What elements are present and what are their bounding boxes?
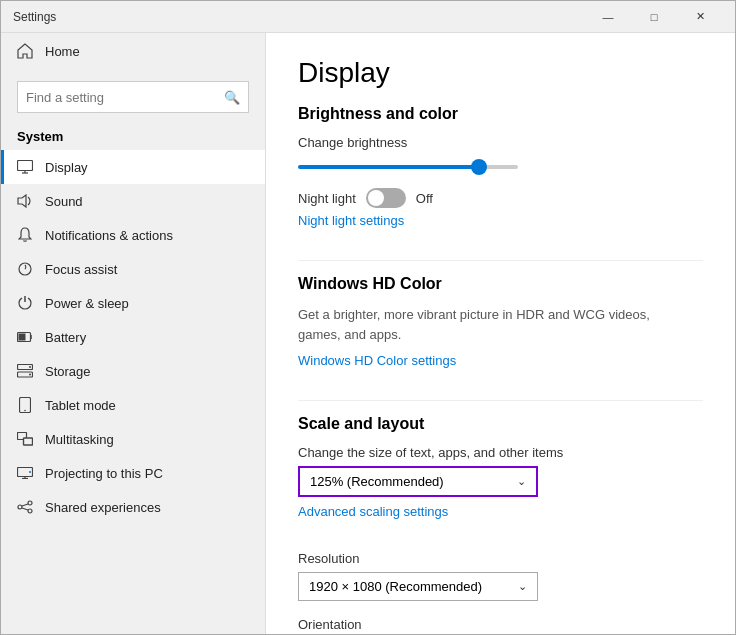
advanced-scaling-link[interactable]: Advanced scaling settings bbox=[298, 504, 448, 519]
sidebar-item-notifications-label: Notifications & actions bbox=[45, 228, 173, 243]
sidebar-item-tablet-label: Tablet mode bbox=[45, 398, 116, 413]
scale-selected-value: 125% (Recommended) bbox=[310, 474, 444, 489]
notifications-icon bbox=[17, 227, 33, 243]
svg-marker-3 bbox=[18, 195, 26, 207]
svg-rect-0 bbox=[18, 161, 33, 171]
sidebar-item-tablet[interactable]: Tablet mode bbox=[1, 388, 265, 422]
search-input[interactable] bbox=[26, 90, 224, 105]
sidebar-item-projecting[interactable]: Projecting to this PC bbox=[1, 456, 265, 490]
scale-dropdown[interactable]: 125% (Recommended) ⌄ bbox=[298, 466, 538, 497]
sidebar-item-battery-label: Battery bbox=[45, 330, 86, 345]
sidebar-item-power[interactable]: Power & sleep bbox=[1, 286, 265, 320]
sidebar-item-multitasking[interactable]: Multitasking bbox=[1, 422, 265, 456]
night-light-settings-link[interactable]: Night light settings bbox=[298, 213, 404, 228]
page-title: Display bbox=[298, 57, 703, 89]
sidebar-item-home[interactable]: Home bbox=[1, 33, 265, 69]
main-content: Display Brightness and color Change brig… bbox=[266, 33, 735, 634]
battery-icon bbox=[17, 329, 33, 345]
minimize-button[interactable]: — bbox=[585, 1, 631, 33]
svg-point-10 bbox=[29, 374, 31, 376]
settings-window: Settings — □ ✕ Home 🔍 System bbox=[0, 0, 736, 635]
brightness-label: Change brightness bbox=[298, 135, 703, 150]
focus-icon bbox=[17, 261, 33, 277]
sidebar-item-power-label: Power & sleep bbox=[45, 296, 129, 311]
svg-point-22 bbox=[28, 509, 32, 513]
search-icon: 🔍 bbox=[224, 90, 240, 105]
svg-point-12 bbox=[24, 410, 26, 412]
sidebar: Home 🔍 System Display bbox=[1, 33, 266, 634]
night-light-label: Night light bbox=[298, 191, 356, 206]
search-box[interactable]: 🔍 bbox=[17, 81, 249, 113]
sidebar-item-display[interactable]: Display bbox=[1, 150, 265, 184]
orientation-section: Orientation Landscape ⌄ bbox=[298, 617, 703, 634]
svg-point-21 bbox=[28, 501, 32, 505]
hd-color-description: Get a brighter, more vibrant picture in … bbox=[298, 305, 678, 344]
night-light-row: Night light Off bbox=[298, 188, 703, 208]
hd-color-title: Windows HD Color bbox=[298, 275, 703, 293]
divider-2 bbox=[298, 400, 703, 401]
hd-color-settings-link[interactable]: Windows HD Color settings bbox=[298, 353, 456, 368]
svg-point-20 bbox=[18, 505, 22, 509]
power-icon bbox=[17, 295, 33, 311]
display-icon bbox=[17, 159, 33, 175]
sidebar-section-label: System bbox=[1, 121, 265, 150]
titlebar-controls: — □ ✕ bbox=[585, 1, 723, 33]
scale-layout-section: Scale and layout Change the size of text… bbox=[298, 415, 703, 535]
resolution-chevron-icon: ⌄ bbox=[518, 580, 527, 593]
night-light-toggle[interactable] bbox=[366, 188, 406, 208]
resolution-dropdown[interactable]: 1920 × 1080 (Recommended) ⌄ bbox=[298, 572, 538, 601]
svg-point-19 bbox=[29, 471, 31, 473]
hd-color-section: Windows HD Color Get a brighter, more vi… bbox=[298, 275, 703, 384]
brightness-slider[interactable] bbox=[298, 165, 518, 169]
window-title: Settings bbox=[13, 10, 585, 24]
storage-icon bbox=[17, 363, 33, 379]
sidebar-item-sound[interactable]: Sound bbox=[1, 184, 265, 218]
multitasking-icon bbox=[17, 431, 33, 447]
sidebar-item-storage[interactable]: Storage bbox=[1, 354, 265, 388]
svg-point-9 bbox=[29, 366, 31, 368]
brightness-color-title: Brightness and color bbox=[298, 105, 703, 123]
home-icon bbox=[17, 43, 33, 59]
sidebar-item-projecting-label: Projecting to this PC bbox=[45, 466, 163, 481]
orientation-label: Orientation bbox=[298, 617, 703, 632]
sidebar-item-focus[interactable]: Focus assist bbox=[1, 252, 265, 286]
sidebar-item-shared-label: Shared experiences bbox=[45, 500, 161, 515]
svg-line-24 bbox=[22, 508, 28, 510]
sound-icon bbox=[17, 193, 33, 209]
sidebar-item-display-label: Display bbox=[45, 160, 88, 175]
resolution-section: Resolution 1920 × 1080 (Recommended) ⌄ bbox=[298, 551, 703, 601]
sidebar-item-multitasking-label: Multitasking bbox=[45, 432, 114, 447]
sidebar-item-sound-label: Sound bbox=[45, 194, 83, 209]
close-button[interactable]: ✕ bbox=[677, 1, 723, 33]
brightness-container: Change brightness bbox=[298, 135, 703, 172]
toggle-knob bbox=[368, 190, 384, 206]
svg-line-23 bbox=[22, 504, 28, 506]
tablet-icon bbox=[17, 397, 33, 413]
maximize-button[interactable]: □ bbox=[631, 1, 677, 33]
sidebar-item-focus-label: Focus assist bbox=[45, 262, 117, 277]
content-area: Home 🔍 System Display bbox=[1, 33, 735, 634]
scale-layout-title: Scale and layout bbox=[298, 415, 703, 433]
divider-1 bbox=[298, 260, 703, 261]
brightness-section: Brightness and color Change brightness N… bbox=[298, 105, 703, 244]
sidebar-item-shared[interactable]: Shared experiences bbox=[1, 490, 265, 524]
svg-rect-6 bbox=[19, 334, 26, 341]
sidebar-item-storage-label: Storage bbox=[45, 364, 91, 379]
shared-icon bbox=[17, 499, 33, 515]
scale-chevron-icon: ⌄ bbox=[517, 475, 526, 488]
projecting-icon bbox=[17, 465, 33, 481]
home-label: Home bbox=[45, 44, 80, 59]
sidebar-item-notifications[interactable]: Notifications & actions bbox=[1, 218, 265, 252]
titlebar: Settings — □ ✕ bbox=[1, 1, 735, 33]
svg-rect-14 bbox=[24, 438, 33, 445]
resolution-selected-value: 1920 × 1080 (Recommended) bbox=[309, 579, 482, 594]
scale-label: Change the size of text, apps, and other… bbox=[298, 445, 703, 460]
night-light-state: Off bbox=[416, 191, 433, 206]
sidebar-item-battery[interactable]: Battery bbox=[1, 320, 265, 354]
resolution-label: Resolution bbox=[298, 551, 703, 566]
